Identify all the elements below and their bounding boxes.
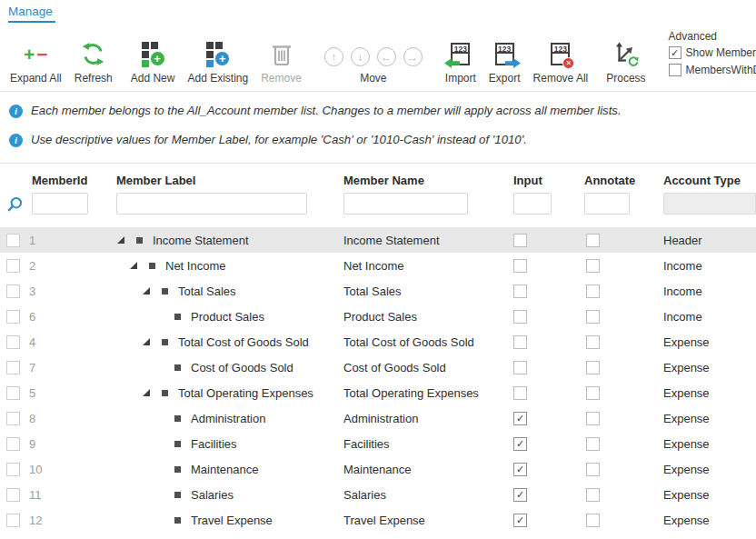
row-memberid: 4 xyxy=(27,335,111,349)
input-checkbox[interactable] xyxy=(513,361,527,374)
info-message-text: Use descriptive values for Member Label,… xyxy=(31,133,527,146)
export-label: Export xyxy=(489,72,521,85)
filter-member-label-input[interactable] xyxy=(116,193,307,215)
member-name: Travel Expense xyxy=(342,514,509,527)
annotate-checkbox[interactable] xyxy=(586,284,600,298)
column-header-input[interactable]: Input xyxy=(513,174,542,187)
annotate-checkbox[interactable] xyxy=(586,514,600,527)
filter-memberid-input[interactable] xyxy=(32,193,88,215)
annotate-checkbox[interactable] xyxy=(586,259,600,273)
annotate-checkbox[interactable] xyxy=(586,463,600,476)
show-memberid-checkbox[interactable]: ✓ Show MemberId xyxy=(669,46,756,59)
add-existing-button[interactable]: + Add Existing xyxy=(181,25,254,91)
tree-expander-icon[interactable] xyxy=(117,236,124,244)
input-checkbox[interactable]: ✓ xyxy=(513,488,527,502)
input-checkbox[interactable]: ✓ xyxy=(513,437,527,451)
column-header-memberid[interactable]: MemberId xyxy=(32,174,87,187)
member-name: Maintenance xyxy=(342,463,509,476)
grid-row[interactable]: 10 Maintenance Maintenance ✓ Expense xyxy=(0,456,756,482)
process-button[interactable]: Process xyxy=(600,25,652,91)
grid-row[interactable]: 2 Net Income Net Income Income xyxy=(0,253,756,278)
member-bullet-icon xyxy=(162,339,168,345)
move-right-button[interactable]: → xyxy=(403,47,423,66)
input-checkbox[interactable] xyxy=(513,284,527,298)
move-down-button[interactable]: ↓ xyxy=(351,47,370,66)
annotate-checkbox[interactable] xyxy=(586,310,600,324)
filter-member-name-input[interactable] xyxy=(343,193,468,215)
info-section: i Each member belongs to the All_Account… xyxy=(0,92,756,164)
import-button[interactable]: 123 Import xyxy=(439,25,482,91)
remove-all-button[interactable]: 123 ✕ Remove All xyxy=(527,25,595,91)
input-checkbox[interactable] xyxy=(513,310,527,324)
filter-annotate-input[interactable] xyxy=(584,193,630,215)
add-new-button[interactable]: + Add New xyxy=(124,25,182,91)
row-select-checkbox[interactable] xyxy=(6,234,20,247)
grid-row[interactable]: 3 Total Sales Total Sales Income xyxy=(0,278,756,304)
input-checkbox[interactable]: ✓ xyxy=(513,463,527,476)
input-checkbox[interactable] xyxy=(513,234,527,247)
annotate-checkbox[interactable] xyxy=(586,437,600,451)
tab-manage[interactable]: Manage xyxy=(8,5,55,23)
annotate-checkbox[interactable] xyxy=(586,234,600,247)
move-up-button[interactable]: ↑ xyxy=(324,47,343,66)
row-select-checkbox[interactable] xyxy=(6,335,20,349)
grid-row[interactable]: 6 Product Sales Product Sales Income xyxy=(0,304,756,329)
input-checkbox[interactable] xyxy=(513,259,527,273)
trash-icon xyxy=(271,38,293,69)
export-button[interactable]: 123 Export xyxy=(482,25,527,91)
search-icon[interactable] xyxy=(6,196,23,215)
refresh-label: Refresh xyxy=(75,72,113,85)
move-left-button[interactable]: ← xyxy=(377,47,396,66)
add-new-label: Add New xyxy=(131,72,175,85)
tree-expander-icon[interactable] xyxy=(143,389,150,396)
input-checkbox[interactable] xyxy=(513,335,527,349)
grid-row[interactable]: 11 Salaries Salaries ✓ Expense xyxy=(0,482,756,507)
member-bullet-icon xyxy=(162,390,168,396)
row-select-checkbox[interactable] xyxy=(6,284,20,298)
row-select-checkbox[interactable] xyxy=(6,259,20,273)
grid-row[interactable]: 9 Facilities Facilities ✓ Expense xyxy=(0,431,756,456)
annotate-checkbox[interactable] xyxy=(586,361,600,374)
input-checkbox[interactable]: ✓ xyxy=(513,412,527,425)
row-select-checkbox[interactable] xyxy=(6,463,20,476)
row-select-checkbox[interactable] xyxy=(6,386,20,400)
grid-row[interactable]: 7 Cost of Goods Sold Cost of Goods Sold … xyxy=(0,354,756,380)
remove-label: Remove xyxy=(261,72,302,85)
grid-row[interactable]: 8 Administration Administration ✓ Expens… xyxy=(0,405,756,431)
column-header-member-name[interactable]: Member Name xyxy=(343,174,424,187)
row-select-checkbox[interactable] xyxy=(6,437,20,451)
row-select-checkbox[interactable] xyxy=(6,514,20,527)
row-select-checkbox[interactable] xyxy=(6,412,20,425)
input-checkbox[interactable]: ✓ xyxy=(513,514,527,527)
show-memberid-checkbox-box[interactable]: ✓ xyxy=(669,46,681,59)
row-select-checkbox[interactable] xyxy=(6,361,20,374)
column-header-account-type[interactable]: Account Type xyxy=(663,174,741,187)
filter-input-input[interactable] xyxy=(513,193,552,215)
tree-expander-icon[interactable] xyxy=(143,287,150,294)
tree-expander-icon[interactable] xyxy=(143,338,150,345)
input-checkbox[interactable] xyxy=(513,386,527,400)
column-header-annotate[interactable]: Annotate xyxy=(584,174,635,187)
column-header-member-label[interactable]: Member Label xyxy=(116,174,195,187)
row-select-checkbox[interactable] xyxy=(6,488,20,502)
tree-expander-icon[interactable] xyxy=(130,262,137,269)
member-label: Maintenance xyxy=(191,463,258,476)
member-bullet-icon xyxy=(174,415,181,422)
annotate-checkbox[interactable] xyxy=(586,488,600,502)
remove-button[interactable]: Remove xyxy=(254,25,308,91)
grid-row[interactable]: 12 Travel Expense Travel Expense ✓ Expen… xyxy=(0,507,756,533)
refresh-button[interactable]: Refresh xyxy=(68,25,119,91)
annotate-checkbox[interactable] xyxy=(586,386,600,400)
import-icon: 123 xyxy=(451,38,470,69)
account-type: Income xyxy=(650,284,756,298)
annotate-checkbox[interactable] xyxy=(586,335,600,349)
grid-row[interactable]: 4 Total Cost of Goods Sold Total Cost of… xyxy=(0,329,756,354)
members-with-data-checkbox-box[interactable] xyxy=(669,64,681,76)
grid-row[interactable]: 5 Total Operating Expenses Total Operati… xyxy=(0,380,756,405)
row-select-checkbox[interactable] xyxy=(6,310,20,324)
annotate-checkbox[interactable] xyxy=(586,412,600,425)
expand-all-button[interactable]: + − Expand All xyxy=(4,25,68,91)
refresh-icon xyxy=(81,38,105,69)
members-with-data-checkbox[interactable]: MembersWithData (SSAS) xyxy=(669,64,756,76)
grid-row[interactable]: 1 Income Statement Income Statement Head… xyxy=(0,227,756,253)
